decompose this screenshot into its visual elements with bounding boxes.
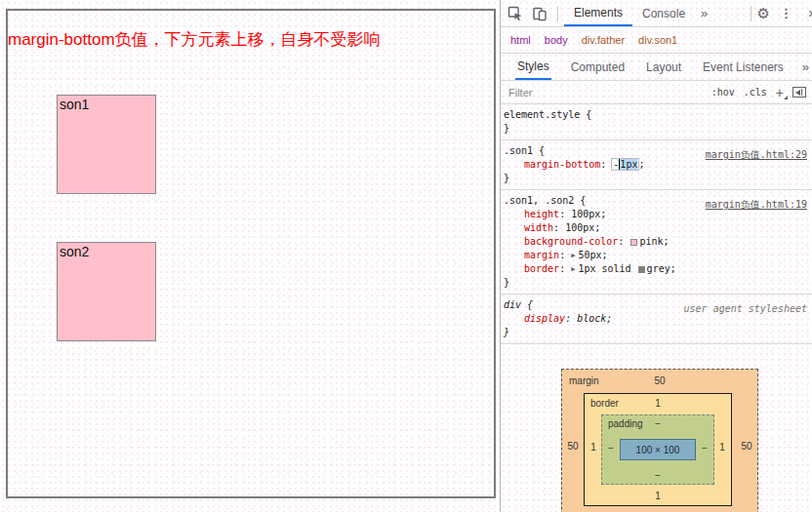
- style-rule-section: .son1, .son2 {margin负值.html:19height: 10…: [501, 190, 812, 295]
- style-rule-section: element.style {}: [501, 104, 812, 140]
- son2-box: son2: [57, 242, 156, 341]
- box-model-padding-bottom: −: [602, 470, 713, 481]
- property-value[interactable]: block: [577, 313, 606, 324]
- tab-computed[interactable]: Computed: [569, 54, 627, 80]
- rule-selector[interactable]: .son1, .son2 {: [504, 195, 586, 206]
- styles-sidebar-tabs: Styles Computed Layout Event Listeners »: [501, 54, 812, 81]
- box-model-margin-top: 50: [562, 375, 757, 386]
- more-tabs-icon[interactable]: »: [695, 6, 713, 20]
- tab-event-listeners[interactable]: Event Listeners: [701, 54, 786, 80]
- box-model-border-top: 1: [585, 398, 731, 409]
- tab-layout[interactable]: Layout: [644, 54, 683, 80]
- style-property-line[interactable]: display: block;: [504, 312, 809, 326]
- property-value[interactable]: 1px solid: [578, 263, 636, 274]
- son2-label: son2: [60, 244, 89, 259]
- property-value[interactable]: 100px: [565, 222, 594, 233]
- box-model-padding-box: padding − − − − 100 × 100: [601, 414, 714, 485]
- page-heading: margin-bottom负值，下方元素上移，自身不受影响: [8, 28, 381, 51]
- box-model-border-right: 1: [714, 442, 730, 453]
- box-model-padding-top: −: [602, 418, 713, 429]
- property-name[interactable]: height: [524, 209, 559, 219]
- rule-close-brace: }: [504, 122, 809, 136]
- box-model-diagram: margin 50 50 50 border 1 1 1 1 padding −…: [561, 369, 758, 512]
- style-rule-section: .son1 {margin负值.html:29margin-bottom: -1…: [501, 140, 812, 190]
- filter-input[interactable]: [508, 87, 616, 98]
- breadcrumb-item-div-father[interactable]: div.father: [582, 34, 625, 46]
- son1-box: son1: [57, 95, 156, 194]
- tab-elements[interactable]: Elements: [564, 0, 632, 26]
- toggle-hover-state-button[interactable]: :hov: [711, 87, 735, 98]
- property-value[interactable]: 50px: [578, 250, 601, 260]
- rule-close-brace: }: [504, 276, 809, 290]
- property-value-editor[interactable]: -1px: [612, 159, 638, 170]
- tab-console[interactable]: Console: [632, 0, 695, 26]
- rule-selector-line: .son1, .son2 {margin负值.html:19: [504, 194, 809, 208]
- property-name[interactable]: border: [524, 263, 559, 274]
- close-icon[interactable]: ×: [808, 6, 812, 21]
- box-model-border-bottom: 1: [585, 491, 731, 501]
- color-swatch[interactable]: [630, 239, 637, 246]
- breadcrumb: html body div.father div.son1: [501, 27, 812, 54]
- style-rule-section: div {user agent stylesheetdisplay: block…: [501, 295, 812, 344]
- property-value[interactable]: 100px: [571, 209, 600, 219]
- box-model-padding-left: −: [603, 443, 619, 453]
- rule-close-brace: }: [504, 172, 809, 185]
- color-swatch[interactable]: [638, 266, 645, 273]
- box-model-border-left: 1: [586, 442, 601, 453]
- expand-shorthand-icon[interactable]: ▶: [571, 265, 575, 273]
- devtools-panel: Elements Console » ⚙ ⋮ × html body div.f…: [500, 0, 812, 512]
- toolbar-divider: [557, 6, 558, 21]
- dock-sidebar-icon[interactable]: [792, 87, 806, 98]
- property-name[interactable]: margin-bottom: [524, 159, 600, 170]
- kebab-menu-icon[interactable]: ⋮: [780, 6, 792, 20]
- selected-value-text: 1px: [620, 159, 637, 170]
- breadcrumb-item-body[interactable]: body: [545, 34, 568, 46]
- breadcrumb-item-div-son1[interactable]: div.son1: [638, 34, 677, 46]
- son1-label: son1: [60, 97, 89, 112]
- style-property-line[interactable]: background-color: pink;: [504, 235, 809, 249]
- toggle-class-button[interactable]: .cls: [744, 87, 767, 98]
- box-model-margin-left: 50: [565, 441, 581, 452]
- more-sidebar-tabs-icon[interactable]: »: [796, 59, 812, 74]
- styles-filter-bar: :hov .cls +: [501, 81, 812, 104]
- inspect-cursor-icon[interactable]: [507, 5, 524, 22]
- expand-shorthand-icon[interactable]: ▶: [571, 252, 575, 259]
- rule-selector-line: element.style {: [504, 108, 809, 122]
- style-property-line[interactable]: height: 100px;: [504, 208, 809, 221]
- toolbar-divider-2: [751, 6, 751, 21]
- toolbar-right: ⚙ ⋮ ×: [749, 5, 812, 22]
- style-property-line[interactable]: margin-bottom: -1px;: [504, 158, 809, 172]
- box-model-content-box: 100 × 100: [620, 439, 696, 460]
- rule-selector[interactable]: element.style {: [504, 109, 591, 120]
- settings-gear-icon[interactable]: ⚙: [757, 5, 770, 22]
- box-model-border-box: border 1 1 1 1 padding − − − − 100 × 100: [584, 393, 732, 506]
- rule-selector[interactable]: div {: [504, 299, 533, 310]
- filter-bar-right: :hov .cls +: [711, 87, 806, 98]
- breadcrumb-item-html[interactable]: html: [510, 34, 531, 46]
- property-value[interactable]: grey: [647, 263, 670, 274]
- page-canvas: margin-bottom负值，下方元素上移，自身不受影响 son1 son2: [0, 0, 500, 512]
- box-model-padding-right: −: [697, 443, 712, 453]
- box-model-margin-right: 50: [739, 441, 754, 452]
- property-name[interactable]: width: [524, 222, 553, 233]
- property-name[interactable]: display: [524, 313, 565, 324]
- rule-selector[interactable]: .son1 {: [504, 145, 545, 156]
- style-property-line[interactable]: margin: ▶50px;: [504, 249, 809, 262]
- rule-close-brace: }: [504, 326, 809, 339]
- devtools-toolbar: Elements Console » ⚙ ⋮ ×: [501, 0, 812, 27]
- property-value[interactable]: pink: [639, 236, 663, 247]
- new-style-rule-button[interactable]: +: [776, 88, 784, 98]
- rule-selector-line: div {user agent stylesheet: [504, 298, 809, 312]
- style-property-line[interactable]: width: 100px;: [504, 221, 809, 235]
- property-name[interactable]: margin: [524, 250, 559, 260]
- tab-styles[interactable]: Styles: [515, 54, 551, 80]
- property-name[interactable]: background-color: [524, 236, 618, 247]
- style-rules-list: element.style {}.son1 {margin负值.html:29m…: [501, 104, 812, 344]
- rule-selector-line: .son1 {margin负值.html:29: [504, 144, 809, 158]
- device-toolbar-icon[interactable]: [531, 5, 548, 22]
- style-property-line[interactable]: border: ▶1px solid grey;: [504, 262, 809, 276]
